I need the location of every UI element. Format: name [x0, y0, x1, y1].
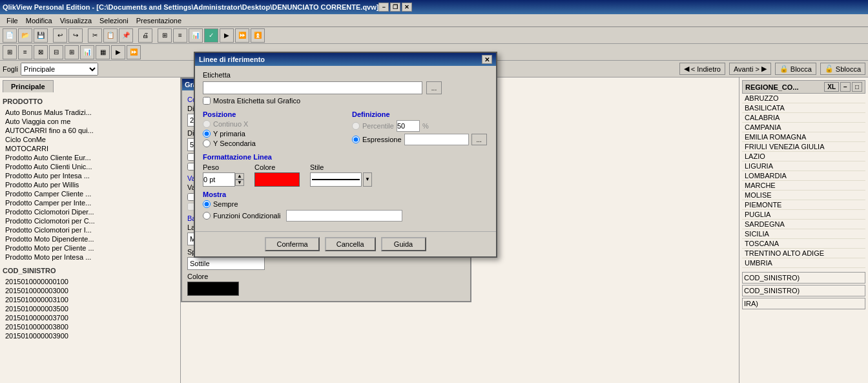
tb2-f[interactable]: 📊	[80, 45, 94, 59]
restore-button[interactable]: ❐	[390, 3, 400, 12]
tb-btn-e[interactable]: ▶	[220, 28, 234, 43]
tb-btn-g[interactable]: ⏫	[251, 28, 265, 43]
modal-close-button[interactable]: ✕	[482, 55, 492, 64]
regione-item-15[interactable]: TOSCANA	[742, 239, 865, 249]
minimize-button[interactable]: −	[378, 3, 389, 12]
peso-input[interactable]	[203, 172, 235, 187]
espressione-radio[interactable]	[352, 136, 360, 143]
tb-btn-a[interactable]: ⊞	[158, 28, 172, 43]
sidebar-item-15[interactable]: Prodotto Moto per Cliente ...	[3, 243, 178, 253]
lock-button[interactable]: 🔒 Blocca	[775, 63, 816, 75]
percentile-radio[interactable]	[352, 122, 360, 130]
regione-item-3[interactable]: CAMPANIA	[742, 123, 865, 132]
sidebar-item-7[interactable]: Prodotto Auto per Intesa ...	[3, 171, 178, 180]
regione-item-9[interactable]: MARCHE	[742, 181, 865, 191]
cod-item-6[interactable]: 2015010000003900	[3, 331, 178, 340]
continuo-x-radio[interactable]	[203, 120, 211, 128]
regione-item-6[interactable]: LAZIO	[742, 152, 865, 161]
tb2-e[interactable]: ⊞	[65, 45, 79, 59]
cod-item-0[interactable]: 2015010000000100	[3, 277, 178, 286]
menu-modifica[interactable]: Modifica	[22, 16, 56, 26]
espressione-input[interactable]	[404, 134, 469, 145]
tb2-i[interactable]: ⏩	[127, 45, 141, 59]
tb-btn-b[interactable]: ≡	[173, 28, 187, 43]
sidebar-item-4[interactable]: MOTOCARRI	[3, 144, 178, 153]
close-button[interactable]: ✕	[402, 3, 412, 12]
redo-button[interactable]: ↪	[68, 28, 83, 43]
etichetta-browse-button[interactable]: ...	[426, 81, 442, 94]
funzioni-input[interactable]	[286, 210, 402, 222]
tb2-a[interactable]: ⊞	[3, 45, 17, 59]
sidebar-item-3[interactable]: Ciclo ConMe	[3, 135, 178, 144]
guida-button[interactable]: Guida	[381, 237, 426, 251]
sidebar-item-16[interactable]: Prodotto Moto per Intesa ...	[3, 253, 178, 262]
regione-item-1[interactable]: BASILICATA	[742, 103, 865, 113]
back-button[interactable]: ◀ < Indietro	[679, 63, 725, 75]
cod-item-3[interactable]: 2015010000003500	[3, 304, 178, 313]
tb2-d[interactable]: ⊟	[49, 45, 63, 59]
cod-item-1[interactable]: 2015010000003000	[3, 286, 178, 295]
menu-selezioni[interactable]: Selezioni	[96, 16, 132, 26]
mostra-etichetta-checkbox[interactable]	[203, 97, 211, 105]
unlock-button[interactable]: 🔓 Sblocca	[820, 63, 865, 75]
sidebar-item-2[interactable]: AUTOCARRI fino a 60 qui...	[3, 126, 178, 135]
tb-btn-c[interactable]: 📊	[189, 28, 203, 43]
new-button[interactable]: 📄	[3, 28, 17, 43]
y-primaria-radio[interactable]	[203, 130, 211, 138]
sidebar-item-1[interactable]: Auto Viaggia con me	[3, 117, 178, 126]
sidebar-item-13[interactable]: Prodotto Ciclomotori per I...	[3, 225, 178, 234]
tb-btn-f[interactable]: ⏩	[235, 28, 249, 43]
regione-item-12[interactable]: PUGLIA	[742, 210, 865, 220]
colore-box[interactable]	[187, 282, 239, 296]
regione-item-4[interactable]: EMILIA ROMAGNA	[742, 132, 865, 142]
regione-item-5[interactable]: FRIULI VENEZIA GIULIA	[742, 142, 865, 152]
menu-file[interactable]: File	[3, 16, 22, 26]
sheet-select[interactable]: Principale	[21, 63, 98, 76]
print-button[interactable]: 🖨	[138, 28, 152, 43]
regione-item-10[interactable]: MOLISE	[742, 191, 865, 200]
etichetta-input[interactable]	[203, 81, 422, 94]
xl-button[interactable]: XL	[824, 82, 839, 92]
percentile-input[interactable]	[397, 120, 420, 132]
cod-item-4[interactable]: 2015010000003700	[3, 313, 178, 322]
peso-up[interactable]: ▲	[235, 173, 244, 180]
peso-down[interactable]: ▼	[235, 180, 244, 186]
paste-button[interactable]: 📌	[119, 28, 133, 43]
tb2-h[interactable]: ▶	[111, 45, 125, 59]
regione-item-0[interactable]: ABRUZZO	[742, 94, 865, 103]
sidebar-item-8[interactable]: Prodotto Auto per Willis	[3, 180, 178, 189]
menu-presentazione[interactable]: Presentazione	[132, 16, 185, 26]
funzioni-radio[interactable]	[203, 212, 211, 220]
sidebar-item-11[interactable]: Prodotto Ciclomotori Diper...	[3, 207, 178, 216]
tb2-c[interactable]: ⊠	[34, 45, 48, 59]
y-secondaria-radio[interactable]	[203, 140, 211, 147]
sidebar-item-0[interactable]: Auto Bonus Malus Tradizi...	[3, 108, 178, 117]
stile-dropdown[interactable]: ▼	[363, 172, 372, 187]
tb2-b[interactable]: ≡	[18, 45, 32, 59]
conferma-button[interactable]: Conferma	[265, 237, 319, 251]
espressione-browse-button[interactable]: ...	[471, 134, 487, 145]
sidebar-item-5[interactable]: Prodotto Auto Cliente Eur...	[3, 153, 178, 162]
undo-button[interactable]: ↩	[53, 28, 67, 43]
copy-button[interactable]: 📋	[103, 28, 118, 43]
regione-item-13[interactable]: SARDEGNA	[742, 220, 865, 229]
regione-item-14[interactable]: SICILIA	[742, 229, 865, 239]
regione-item-2[interactable]: CALABRIA	[742, 113, 865, 123]
regione-item-7[interactable]: LIGURIA	[742, 161, 865, 171]
sidebar-item-10[interactable]: Prodotto Camper per Inte...	[3, 198, 178, 207]
save-button[interactable]: 💾	[34, 28, 48, 43]
open-button[interactable]: 📂	[18, 28, 32, 43]
tb2-g[interactable]: ▦	[96, 45, 110, 59]
menu-visualizza[interactable]: Visualizza	[56, 16, 96, 26]
cancella-button[interactable]: Cancella	[325, 237, 376, 251]
minus-button[interactable]: −	[840, 82, 851, 92]
forward-button[interactable]: Avanti > ▶	[729, 63, 771, 75]
regione-item-17[interactable]: UMBRIA	[742, 258, 865, 268]
sidebar-tab-principale[interactable]: Principale	[3, 80, 54, 92]
regione-item-8[interactable]: LOMBARDIA	[742, 171, 865, 181]
sidebar-item-12[interactable]: Prodotto Ciclomotori per C...	[3, 216, 178, 225]
sidebar-item-9[interactable]: Prodotto Camper Cliente ...	[3, 189, 178, 198]
regione-item-16[interactable]: TRENTINO ALTO ADIGE	[742, 249, 865, 258]
colore-picker[interactable]	[254, 172, 300, 187]
sidebar-item-6[interactable]: Prodotto Auto Clienti Unic...	[3, 162, 178, 171]
